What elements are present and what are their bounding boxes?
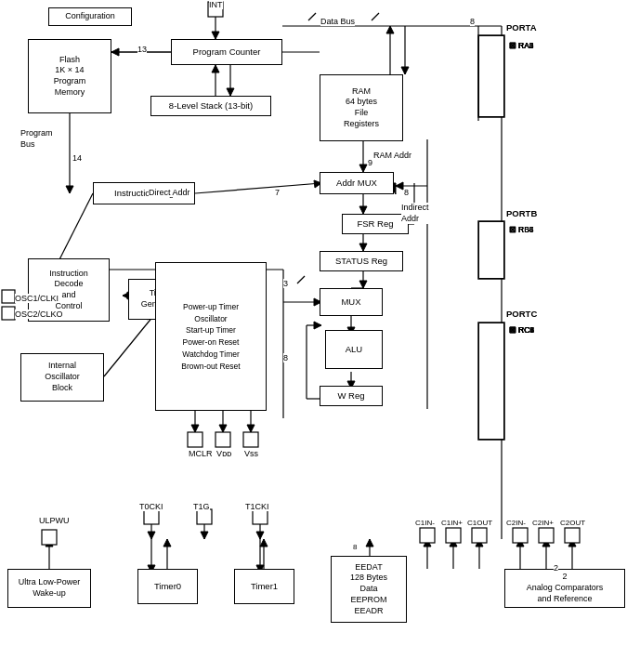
num-2-label: 2 (554, 563, 558, 573)
flash-memory-box: Flash1K × 14ProgramMemory (28, 39, 111, 113)
porta-label: PORTA (506, 22, 537, 33)
svg-marker-31 (359, 206, 367, 214)
svg-marker-110 (516, 539, 524, 547)
internal-osc-box: InternalOscillatorBlock (20, 353, 104, 402)
mclr-label: MCLR (189, 449, 213, 458)
ram-label: RAM64 bytesFileRegisters (344, 86, 379, 130)
configuration-box: Configuration (48, 7, 132, 26)
vss-label: Vss (244, 449, 258, 458)
instr-decode-label: InstructionDecodeandControl (49, 269, 88, 312)
rb7-pin: ⊠ RB7 (509, 225, 534, 234)
svg-marker-17 (227, 88, 234, 96)
num-13-label: 13 (137, 45, 147, 54)
mux2-box: MUX (320, 288, 383, 316)
svg-marker-119 (163, 539, 171, 547)
w-reg-box: W Reg (320, 386, 383, 406)
prog-bus-text: ProgramBus (20, 128, 53, 149)
svg-line-122 (308, 13, 316, 20)
svg-marker-91 (201, 532, 208, 539)
num-9-label: 9 (368, 158, 372, 167)
program-bus-label: ProgramBus (20, 128, 53, 150)
ulpwu-box: Ultra Low-PowerWake-up (7, 569, 91, 608)
program-counter-box: Program Counter (171, 39, 282, 65)
indirect-text: IndirectAddr (401, 203, 429, 223)
svg-marker-99 (366, 539, 373, 547)
svg-marker-94 (256, 532, 264, 539)
svg-marker-69 (396, 182, 403, 190)
num-7-label: 7 (275, 188, 280, 197)
svg-rect-59 (2, 307, 15, 320)
ra5-pin: ⊠ RA5 (509, 41, 534, 50)
flash-label: Flash1K × 14ProgramMemory (54, 55, 86, 99)
num-14-label: 14 (72, 153, 82, 163)
analog-comp-label: 2Analog Comparatorsand Reference (527, 572, 604, 604)
svg-line-60 (104, 316, 153, 376)
num-8-alu: 8 (283, 353, 288, 362)
svg-rect-114 (539, 528, 554, 543)
svg-marker-107 (476, 539, 483, 547)
indirect-addr-label: IndirectAddr (401, 203, 429, 224)
svg-marker-15 (212, 65, 219, 72)
svg-marker-1 (212, 9, 219, 17)
svg-marker-83 (46, 539, 53, 547)
svg-marker-74 (191, 425, 199, 432)
svg-rect-78 (216, 432, 230, 447)
svg-marker-38 (359, 281, 367, 288)
svg-line-20 (195, 183, 321, 193)
portc-box (478, 323, 504, 440)
int-label: INT (209, 0, 223, 9)
eeprom-box: EEDAT128 BytesDataEEPROMEEADR (331, 556, 407, 623)
svg-rect-87 (144, 509, 159, 524)
status-reg-box: STATUS Reg (320, 251, 403, 271)
direct-addr-label: Direct Addr (149, 188, 190, 197)
svg-rect-75 (188, 432, 202, 447)
num-8-eedat: 8 (353, 543, 357, 551)
svg-marker-47 (314, 322, 321, 329)
analog-comp-box: 2Analog Comparatorsand Reference (504, 569, 625, 608)
c1in-pos-label: C1IN+ (441, 519, 463, 527)
svg-rect-105 (446, 528, 461, 543)
svg-rect-81 (243, 432, 258, 447)
svg-marker-101 (424, 539, 431, 547)
t0cki-label: T0CKI (139, 502, 163, 511)
ulpwu-signal-label: ULPWU (39, 516, 70, 525)
eeprom-label: EEDAT128 BytesDataEEPROMEEADR (350, 562, 387, 616)
svg-marker-86 (148, 532, 155, 539)
alu-box: ALU (325, 330, 383, 369)
c2in-pos-label: C2IN+ (532, 519, 554, 527)
svg-rect-84 (42, 530, 57, 545)
c2in-neg-label: C2IN- (506, 519, 526, 527)
timer1-box: Timer1 (234, 569, 294, 604)
svg-rect-57 (2, 290, 15, 303)
block-diagram: Configuration Flash1K × 14ProgramMemory … (0, 0, 640, 672)
porta-box (478, 35, 504, 117)
t1cki-label: T1CKI (245, 502, 269, 511)
portb-label: PORTB (506, 208, 537, 218)
svg-line-124 (297, 276, 305, 283)
num-3-label: 3 (283, 279, 288, 288)
num-8-top: 8 (470, 17, 475, 26)
svg-marker-116 (568, 539, 576, 547)
fsr-reg-box: FSR Reg (342, 214, 409, 234)
timers-reset-box: Power-up TimerOscillatorStart-up TimerPo… (155, 262, 267, 411)
stack-box: 8-Level Stack (13-bit) (150, 96, 271, 116)
svg-marker-113 (542, 539, 550, 547)
svg-marker-36 (359, 244, 367, 251)
c1out-label: C1OUT (467, 519, 492, 527)
num-8-mid: 8 (404, 188, 409, 197)
svg-marker-19 (66, 186, 73, 193)
svg-rect-95 (253, 509, 268, 524)
osc1-label: OSC1/CLKI (15, 294, 59, 303)
internal-osc-label: InternalOscillatorBlock (45, 361, 80, 393)
osc2-label: OSC2/CLKO (15, 310, 63, 319)
ulpwu-label-text: Ultra Low-PowerWake-up (19, 577, 81, 599)
timers-reset-label: Power-up TimerOscillatorStart-up TimerPo… (181, 301, 240, 373)
svg-marker-77 (219, 425, 227, 432)
svg-rect-108 (472, 528, 487, 543)
svg-marker-29 (359, 165, 367, 172)
svg-marker-121 (260, 539, 268, 547)
portb-box (478, 221, 504, 279)
c1in-neg-label: C1IN- (415, 519, 435, 527)
svg-rect-102 (420, 528, 435, 543)
svg-marker-4 (212, 32, 219, 39)
